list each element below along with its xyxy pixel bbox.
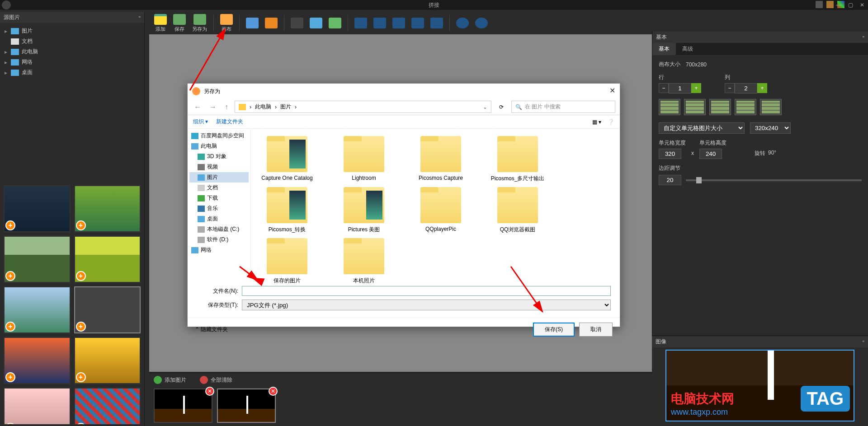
rows-input[interactable] [669, 83, 691, 94]
copy-button[interactable] [307, 17, 325, 29]
cancel-button[interactable]: 取消 [579, 323, 613, 337]
tree-item[interactable]: 图片 [189, 172, 249, 183]
remove-icon[interactable]: ✕ [269, 387, 278, 396]
thumbnail[interactable]: + [74, 185, 141, 232]
add-badge-icon[interactable]: + [76, 322, 86, 332]
cut-button[interactable] [288, 17, 306, 29]
maximize-button[interactable]: ▢ [846, 2, 854, 8]
add-badge-icon[interactable]: + [76, 220, 86, 230]
add-button[interactable]: 添加 [151, 13, 170, 33]
add-badge-icon[interactable]: + [5, 372, 15, 382]
chevron-down-icon[interactable]: ⌄ [483, 104, 487, 110]
pencil-icon[interactable] [826, 1, 834, 8]
cols-decrement[interactable]: − [725, 83, 735, 93]
tree-item[interactable]: 视频 [189, 162, 249, 172]
folder-item[interactable]: QQ浏览器截图 [486, 187, 549, 234]
tree-item-documents[interactable]: 文档 [3, 36, 142, 47]
add-badge-icon[interactable]: + [76, 372, 86, 382]
zoom-out-button[interactable] [472, 17, 491, 29]
flip-h-button[interactable] [352, 17, 370, 29]
tree-item[interactable]: 本地磁盘 (C:) [189, 224, 249, 234]
rotate-value[interactable]: 90° [768, 150, 776, 157]
tree-item[interactable]: 网络 [189, 245, 249, 255]
refresh-button[interactable]: ⟳ [496, 104, 507, 110]
thumbnail[interactable]: + [4, 236, 71, 283]
folder-item[interactable]: 保存的图片 [255, 238, 319, 285]
margin-slider[interactable] [686, 179, 862, 181]
email-button[interactable] [262, 17, 280, 29]
crop-button[interactable] [428, 17, 446, 29]
cell-size-preset[interactable]: 320x240 [750, 122, 791, 134]
tree-item-this-pc[interactable]: ▸此电脑 [3, 47, 142, 57]
cols-input[interactable] [735, 83, 757, 94]
flip-v-button[interactable] [371, 17, 389, 29]
image-preview[interactable]: 电脑技术网 www.tagxp.com TAG [665, 350, 854, 421]
folder-item[interactable]: Capture One Catalog [255, 136, 319, 183]
filename-input[interactable] [242, 286, 611, 296]
rotate-left-button[interactable] [390, 17, 408, 29]
minimize-button[interactable]: — [835, 2, 843, 8]
layout-option[interactable] [735, 99, 756, 115]
layout-option[interactable] [760, 99, 782, 115]
note-icon[interactable] [816, 1, 823, 8]
tree-item[interactable]: 此电脑 [189, 141, 249, 151]
folder-item[interactable]: Picosmos_多尺寸输出 [486, 136, 549, 183]
view-mode-button[interactable]: ▦ ▾ [592, 119, 601, 125]
breadcrumb-item[interactable]: 图片 [280, 103, 291, 111]
thumbnail[interactable]: + [4, 337, 71, 384]
hide-folders-toggle[interactable]: ⌃ 隐藏文件夹 [195, 326, 228, 333]
pin-icon[interactable]: ▫ [139, 14, 141, 21]
thumbnail[interactable]: + [4, 388, 71, 424]
breadcrumb[interactable]: › 此电脑 › 图片 › ⌄ [235, 101, 491, 113]
thumbnail[interactable]: + [4, 286, 71, 333]
folder-item[interactable]: Picosmos_转换 [255, 187, 319, 234]
tab-advanced[interactable]: 高级 [676, 43, 699, 55]
nav-forward-button[interactable]: → [208, 103, 218, 111]
layout-option[interactable] [684, 99, 706, 115]
nav-up-button[interactable]: ↑ [223, 103, 230, 111]
folder-item[interactable]: QQplayerPic [409, 187, 472, 234]
folder-item[interactable]: Pictures 美图 [332, 187, 396, 234]
remove-icon[interactable]: ✕ [205, 387, 214, 396]
tree-item[interactable]: 桌面 [189, 214, 249, 224]
tree-item[interactable]: 3D 对象 [189, 151, 249, 162]
add-badge-icon[interactable]: + [5, 322, 15, 332]
thumbnail[interactable]: + [74, 388, 141, 424]
tree-item-pictures[interactable]: ▸图片 [3, 26, 142, 36]
organize-button[interactable]: 组织 ▾ [193, 118, 208, 126]
tree-item[interactable]: 音乐 [189, 203, 249, 214]
paste-button[interactable] [326, 17, 344, 29]
slider-handle[interactable] [696, 177, 702, 183]
strip-thumbnail[interactable]: ✕ [217, 389, 276, 423]
tab-basic[interactable]: 基本 [652, 43, 676, 55]
rotate-right-button[interactable] [409, 17, 427, 29]
add-badge-icon[interactable]: + [5, 220, 15, 230]
cell-size-select[interactable]: 自定义单元格图片大小 [659, 122, 745, 134]
tree-item-network[interactable]: ▸网络 [3, 57, 142, 67]
layout-option[interactable] [709, 99, 731, 115]
add-image-button[interactable]: 添加图片 [154, 376, 186, 384]
cell-height-input[interactable] [699, 149, 722, 159]
save-confirm-button[interactable]: 保存(S) [533, 323, 575, 337]
margin-input[interactable] [659, 175, 681, 185]
thumbnail[interactable]: + [74, 286, 141, 333]
folder-item[interactable]: Lightroom [332, 136, 396, 183]
thumbnail[interactable]: + [74, 337, 141, 384]
close-button[interactable]: ✕ [858, 2, 866, 8]
filetype-select[interactable]: JPG文件 (*.jpg) [242, 300, 611, 310]
folder-item[interactable]: Picosmos Capture [409, 136, 472, 183]
canvas-button[interactable]: 画布 [217, 13, 236, 33]
thumbnail[interactable]: + [4, 185, 71, 232]
save-as-button[interactable]: 另存为 [189, 13, 210, 33]
new-folder-button[interactable]: 新建文件夹 [216, 118, 243, 126]
help-button[interactable]: ❔ [608, 119, 614, 125]
rows-decrement[interactable]: − [659, 83, 669, 93]
pin-icon[interactable]: ▫ [863, 338, 864, 346]
folder-item[interactable]: 本机照片 [332, 238, 396, 285]
tree-item[interactable]: 文档 [189, 183, 249, 193]
add-badge-icon[interactable]: + [5, 423, 15, 424]
pin-icon[interactable]: ▫ [863, 33, 864, 41]
search-input[interactable]: 🔍 在 图片 中搜索 [511, 101, 615, 113]
tree-item-desktop[interactable]: ▸桌面 [3, 67, 142, 78]
save-button[interactable]: 保存 [170, 13, 189, 33]
